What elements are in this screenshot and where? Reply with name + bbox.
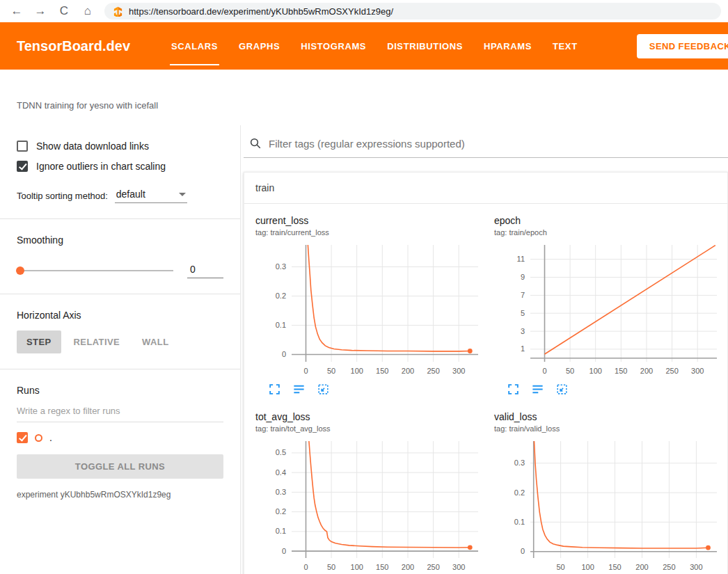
address-bar[interactable]: https://tensorboard.dev/experiment/yKUbh… [104, 3, 721, 19]
svg-text:200: 200 [640, 367, 653, 375]
home-icon[interactable]: ⌂ [78, 1, 97, 21]
chart-title: valid_loss [494, 411, 728, 422]
svg-text:0.3: 0.3 [276, 488, 286, 496]
smoothing-label: Smoothing [17, 234, 223, 246]
tab-histograms[interactable]: HISTOGRAMS [290, 22, 377, 70]
svg-text:250: 250 [427, 563, 439, 571]
svg-text:150: 150 [608, 563, 621, 571]
svg-text:0: 0 [282, 350, 286, 358]
chart-epoch: epoch tag: train/epoch 05010015020025030… [494, 215, 728, 401]
horizontal-axis-label: Horizontal Axis [17, 310, 223, 321]
reload-icon[interactable]: C [54, 1, 74, 21]
svg-text:0: 0 [542, 367, 546, 375]
svg-text:0.2: 0.2 [276, 507, 286, 516]
svg-text:300: 300 [452, 563, 465, 571]
show-download-links-checkbox[interactable] [17, 141, 28, 152]
tag-filter-row [244, 125, 728, 158]
expand-chart-icon[interactable] [268, 383, 281, 396]
app-header: TensorBoard.dev SCALARS GRAPHS HISTOGRAM… [0, 22, 728, 70]
tab-graphs[interactable]: GRAPHS [228, 22, 290, 70]
axis-wall-button[interactable]: WALL [132, 330, 178, 353]
experiment-id-caption: experiment yKUbhb5wRmOSXYkId1z9eg [17, 490, 223, 500]
tag-filter-input[interactable] [269, 138, 728, 150]
svg-text:9: 9 [521, 273, 525, 281]
runs-section: Runs . TOGGLE ALL RUNS experiment yKUbhb… [0, 369, 240, 515]
svg-text:150: 150 [376, 563, 388, 571]
svg-text:5: 5 [521, 309, 525, 317]
runs-selector-icon[interactable] [292, 383, 306, 396]
smoothing-slider-thumb[interactable] [16, 266, 24, 275]
ignore-outliers-row[interactable]: Ignore outliers in chart scaling [17, 161, 223, 172]
smoothing-value-input[interactable]: 0 [187, 262, 223, 278]
expand-chart-icon[interactable] [507, 383, 520, 396]
tab-hparams[interactable]: HPARAMS [473, 22, 542, 70]
tooltip-sorting-select[interactable]: default [115, 187, 187, 203]
svg-text:3: 3 [521, 327, 525, 335]
tab-distributions[interactable]: DISTRIBUTIONS [377, 22, 473, 70]
back-icon[interactable]: ← [7, 1, 26, 21]
axis-step-button[interactable]: STEP [17, 330, 61, 353]
axis-relative-button[interactable]: RELATIVE [64, 330, 130, 353]
general-settings-section: Show data download links Ignore outliers… [0, 125, 240, 218]
charts-grid: current_loss tag: train/current_loss 050… [244, 204, 727, 574]
chart-tag: tag: train/valid_loss [494, 424, 728, 433]
send-feedback-button[interactable]: SEND FEEDBACK [637, 34, 728, 58]
svg-text:250: 250 [663, 563, 675, 571]
chart-current-loss: current_loss tag: train/current_loss 050… [255, 215, 490, 401]
run-checkbox[interactable] [17, 432, 28, 443]
toggle-all-runs-button[interactable]: TOGGLE ALL RUNS [17, 454, 223, 479]
chart-toolbar [255, 380, 490, 401]
svg-text:7: 7 [521, 291, 525, 299]
svg-text:0.3: 0.3 [514, 459, 525, 467]
smoothing-slider[interactable] [17, 270, 173, 271]
forward-icon[interactable]: → [31, 1, 50, 21]
runs-label: Runs [17, 385, 223, 396]
ignore-outliers-checkbox[interactable] [17, 161, 28, 172]
show-download-links-label: Show data download links [36, 141, 149, 152]
fit-domain-icon[interactable] [317, 383, 330, 396]
ignore-outliers-label: Ignore outliers in chart scaling [36, 161, 166, 172]
svg-text:250: 250 [665, 367, 678, 375]
experiment-strip: TDNN training for yesno with icefall [0, 70, 728, 125]
chart-title: tot_avg_loss [255, 411, 490, 422]
tab-text[interactable]: TEXT [542, 22, 588, 70]
browser-toolbar: ← → C ⌂ https://tensorboard.dev/experime… [0, 0, 728, 22]
chart-title: current_loss [255, 215, 490, 226]
show-download-links-row[interactable]: Show data download links [17, 141, 223, 152]
svg-text:0.5: 0.5 [276, 448, 286, 456]
chart-tot-avg-loss: tot_avg_loss tag: train/tot_avg_loss 050… [255, 411, 490, 574]
scalar-chart-plot[interactable]: 5010015020025030000.10.20.3 [494, 437, 724, 574]
svg-text:100: 100 [351, 367, 363, 375]
brand-title: TensorBoard.dev [17, 38, 130, 54]
svg-text:0.2: 0.2 [514, 488, 525, 497]
svg-text:0.3: 0.3 [276, 262, 286, 271]
svg-text:300: 300 [452, 367, 465, 375]
scalars-dashboard: train current_loss tag: train/current_lo… [241, 125, 728, 574]
svg-text:100: 100 [589, 367, 602, 375]
chart-tag: tag: train/current_loss [255, 228, 490, 237]
runs-selector-icon[interactable] [531, 383, 544, 396]
search-icon [249, 137, 262, 150]
svg-text:0.4: 0.4 [276, 468, 286, 477]
train-section-header[interactable]: train [244, 173, 727, 204]
smoothing-section: Smoothing 0 [0, 218, 240, 294]
scalar-chart-plot[interactable]: 05010015020025030000.10.20.3 [255, 241, 485, 380]
fit-domain-icon[interactable] [555, 383, 569, 396]
svg-text:50: 50 [566, 367, 574, 375]
svg-text:0: 0 [521, 547, 525, 555]
scalar-chart-plot[interactable]: 05010015020025030000.10.20.30.40.5 [255, 437, 485, 574]
runs-filter-input[interactable] [17, 399, 223, 422]
svg-text:200: 200 [402, 367, 414, 375]
scalar-chart-plot[interactable]: 0501001502002503001357911 [494, 241, 724, 380]
horizontal-axis-section: Horizontal Axis STEP RELATIVE WALL [0, 294, 240, 369]
run-color-swatch [35, 434, 42, 442]
chart-tag: tag: train/tot_avg_loss [255, 424, 490, 433]
svg-text:200: 200 [635, 563, 648, 571]
svg-text:150: 150 [376, 367, 388, 375]
train-section-card: train current_loss tag: train/current_lo… [244, 172, 728, 574]
tooltip-sorting-value: default [116, 189, 145, 200]
run-list-item[interactable]: . [17, 432, 223, 443]
svg-text:50: 50 [556, 563, 564, 571]
tab-scalars[interactable]: SCALARS [161, 22, 228, 70]
tensorboard-favicon [113, 6, 123, 17]
